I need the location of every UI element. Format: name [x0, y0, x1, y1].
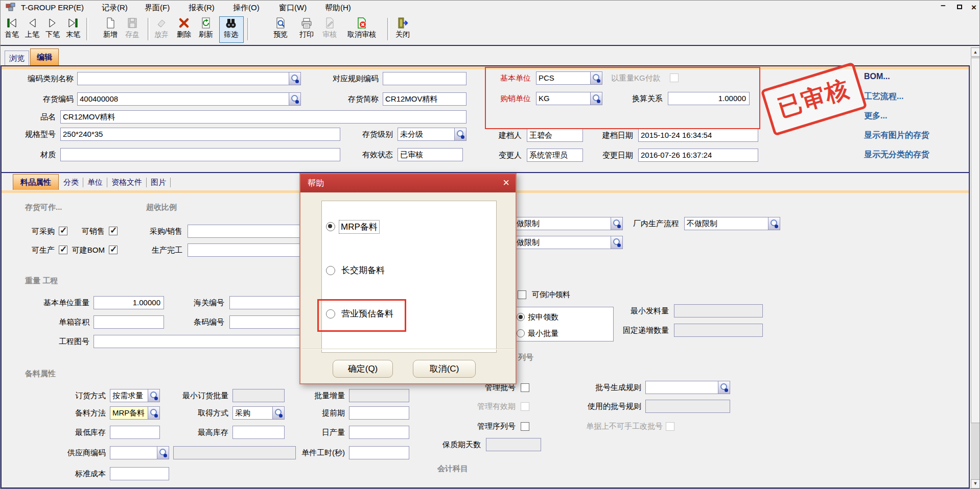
close-window-button[interactable]: ×	[971, 3, 976, 13]
menu-window[interactable]: 窗口(W)	[279, 3, 307, 13]
rule-code-field[interactable]	[383, 72, 466, 85]
lookup-icon[interactable]	[157, 446, 169, 459]
lookup-icon[interactable]	[148, 406, 160, 420]
backflush-checkbox[interactable]	[518, 290, 526, 299]
lookup-icon[interactable]	[718, 381, 730, 394]
material-label: 材质	[40, 150, 56, 160]
toolbar-prev-button[interactable]: 上笔	[21, 16, 43, 42]
batch-rule-field[interactable]	[645, 381, 730, 394]
toolbar-refresh-button[interactable]: 刷新	[195, 16, 217, 42]
lookup-icon[interactable]	[611, 236, 623, 249]
cancel-button[interactable]: 取消(C)	[413, 360, 476, 378]
issue-by-request-radio[interactable]	[517, 313, 525, 321]
code-class-field[interactable]	[77, 72, 301, 85]
menu-app[interactable]: T-GROUP ERP(E)	[21, 3, 84, 12]
restore-button[interactable]	[957, 5, 962, 9]
option-mrp-label[interactable]: MRP备料	[339, 221, 379, 233]
sellable-checkbox[interactable]	[109, 227, 118, 235]
std-cost-field[interactable]	[110, 467, 169, 480]
inv-abbr-field[interactable]: CR12MOV精料	[383, 92, 466, 106]
ok-button[interactable]: 确定(Q)	[333, 360, 393, 378]
inv-code-field[interactable]: 400400008	[77, 92, 301, 106]
tab-item-attributes[interactable]: 料品属性	[13, 174, 59, 190]
base-unit-weight-field[interactable]: 1.00000	[94, 296, 164, 309]
limit-field-a[interactable]: 不做限制	[506, 217, 623, 230]
conversion-field[interactable]: 1.00000	[668, 92, 750, 105]
help-dialog-titlebar[interactable]: 帮助 ×	[300, 174, 516, 192]
toolbar-filter-button[interactable]: 筛选	[219, 16, 243, 42]
max-stock-field[interactable]	[232, 426, 285, 439]
lookup-icon[interactable]	[611, 217, 623, 230]
scrollbar-down-icon[interactable]: ▼	[971, 479, 980, 488]
manage-serial-checkbox[interactable]	[521, 422, 529, 431]
link-show-unclassified[interactable]: 显示无分类的存货	[864, 150, 929, 160]
base-unit-field[interactable]: PCS	[536, 71, 602, 85]
toolbar-close-button[interactable]: 关闭	[391, 16, 414, 42]
toolbar-print-button[interactable]: 打印	[295, 16, 318, 42]
toolbar-unaudit-button[interactable]: 取消审核	[345, 16, 378, 42]
can-bom-checkbox[interactable]	[109, 246, 118, 254]
option-mrp-radio[interactable]	[326, 222, 335, 231]
producible-label: 可生产	[32, 245, 55, 255]
toolbar-separator	[387, 18, 389, 40]
purchasable-checkbox[interactable]	[59, 227, 67, 235]
link-more[interactable]: 更多...	[864, 111, 887, 121]
order-mode-field[interactable]: 按需求量	[110, 389, 160, 402]
menu-record[interactable]: 记录(R)	[102, 3, 128, 13]
link-show-with-image[interactable]: 显示有图片的存货	[864, 130, 929, 141]
menu-help[interactable]: 帮助(H)	[325, 3, 351, 13]
menu-operation[interactable]: 操作(O)	[233, 3, 260, 13]
lookup-icon[interactable]	[289, 92, 301, 106]
spec-field[interactable]: 250*240*35	[60, 128, 340, 141]
issue-by-minbatch-radio[interactable]	[517, 329, 525, 337]
trade-unit-field[interactable]: KG	[536, 92, 602, 105]
box-volume-field[interactable]	[94, 315, 164, 329]
tab-browse[interactable]: 浏览	[5, 51, 29, 65]
link-bom[interactable]: BOM...	[864, 72, 890, 81]
daily-output-field[interactable]	[349, 426, 409, 439]
lookup-icon[interactable]	[289, 72, 301, 85]
inv-level-field[interactable]: 未分级	[398, 128, 466, 141]
lookup-icon[interactable]	[454, 128, 466, 141]
tab-edit[interactable]: 编辑	[30, 48, 59, 65]
acquire-mode-field[interactable]: 采购	[232, 406, 285, 420]
toolbar-new-button[interactable]: 新增	[99, 16, 122, 42]
menu-report[interactable]: 报表(R)	[189, 3, 215, 13]
material-field[interactable]	[60, 148, 340, 161]
tab-unit[interactable]: 单位	[84, 176, 106, 189]
unit-work-time-field[interactable]	[349, 446, 409, 459]
tab-classification[interactable]: 分类	[60, 176, 82, 189]
lookup-icon[interactable]	[148, 389, 160, 402]
toolbar-last-button[interactable]: 末笔	[62, 16, 84, 42]
inv-abbr-label: 存货简称	[348, 94, 379, 104]
producible-checkbox[interactable]	[59, 246, 67, 254]
link-process-flow[interactable]: 工艺流程...	[864, 91, 903, 102]
lookup-icon[interactable]	[272, 406, 285, 420]
toolbar-first-button[interactable]: 首笔	[1, 16, 23, 42]
minimize-button[interactable]: –	[941, 1, 945, 11]
factory-flow-field[interactable]: 不做限制	[684, 217, 780, 230]
option-longlead-label[interactable]: 长交期备料	[341, 264, 385, 276]
tab-images[interactable]: 图片	[147, 176, 170, 189]
supplier-code-field[interactable]	[110, 446, 169, 459]
lead-time-field[interactable]	[349, 406, 409, 420]
menu-interface[interactable]: 界面(F)	[145, 3, 170, 13]
dialog-close-icon[interactable]: ×	[503, 174, 509, 191]
toolbar-preview-button[interactable]: 预览	[269, 16, 292, 42]
manage-batch-checkbox[interactable]	[521, 383, 529, 392]
scrollbar-up-icon[interactable]: ▲	[971, 47, 980, 57]
section-weight-engineering: 重量 工程	[25, 276, 58, 286]
lookup-icon[interactable]	[590, 71, 602, 85]
product-name-field[interactable]: CR12MOV精料	[60, 110, 466, 124]
toolbar-next-button[interactable]: 下笔	[41, 16, 64, 42]
lookup-icon[interactable]	[590, 92, 602, 105]
option-longlead-radio[interactable]	[326, 266, 335, 275]
tab-qualification-files[interactable]: 资格文件	[108, 176, 146, 189]
prep-method-field[interactable]: MRP备料	[110, 406, 160, 420]
toolbar-delete-button[interactable]: 删除	[173, 16, 195, 42]
min-stock-field[interactable]	[110, 426, 160, 439]
tab-separator	[146, 178, 147, 187]
scrollbar-thumb[interactable]	[971, 58, 980, 423]
lookup-icon[interactable]	[768, 217, 780, 230]
limit-field-b[interactable]: 不做限制	[506, 236, 623, 249]
